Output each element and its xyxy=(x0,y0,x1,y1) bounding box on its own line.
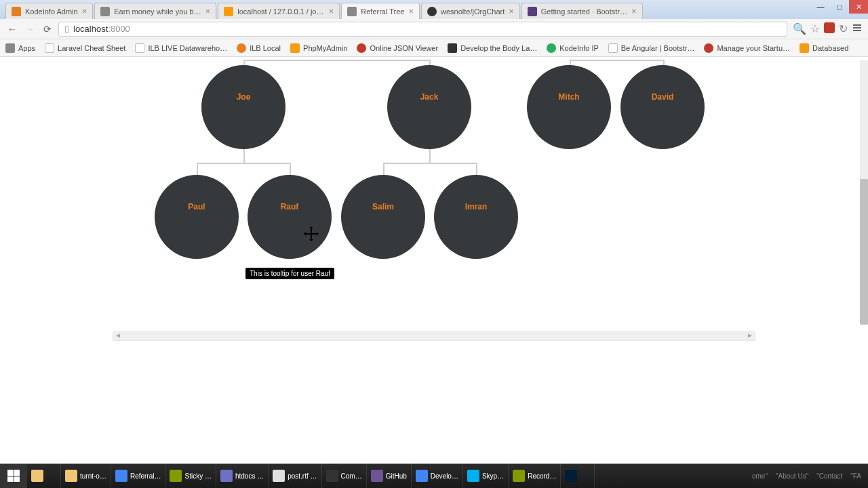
taskbar-item[interactable]: turnt-o… xyxy=(61,464,111,488)
connector-line xyxy=(383,163,384,175)
taskbar-app-icon xyxy=(31,470,43,482)
taskbar-label: turnt-o… xyxy=(80,472,106,480)
bookmark-favicon-icon xyxy=(608,43,618,53)
menu-button[interactable] xyxy=(852,22,863,33)
bookmark-item[interactable]: ILB LIVE Datawareho… xyxy=(135,43,227,53)
bookmark-label: KodeInfo IP xyxy=(559,44,599,52)
bookmark-favicon-icon xyxy=(800,43,809,53)
bookmark-label: PhpMyAdmin xyxy=(303,44,347,52)
org-node-joe[interactable]: Joe xyxy=(201,65,285,149)
connector-line xyxy=(243,149,245,163)
org-node-rauf[interactable]: Rauf xyxy=(248,175,332,259)
node-label: Mitch xyxy=(558,92,579,102)
star-icon[interactable]: ☆ xyxy=(810,22,820,35)
tab-close-icon[interactable]: × xyxy=(631,6,637,16)
forward-button[interactable]: → xyxy=(23,22,37,36)
connector-line xyxy=(197,163,290,164)
taskbar-label: htdocs … xyxy=(235,472,264,480)
tab-favicon-icon xyxy=(528,7,537,16)
zoom-icon[interactable]: 🔍 xyxy=(793,22,806,35)
taskbar-label: Sticky … xyxy=(184,472,211,480)
taskbar-app-icon xyxy=(513,470,525,482)
bookmark-item[interactable]: ILB Local xyxy=(237,43,281,53)
org-node-david[interactable]: David xyxy=(620,65,705,149)
tab-title: KodeInfo Admin xyxy=(25,7,78,16)
browser-tab[interactable]: KodeInfo Admin× xyxy=(5,3,93,19)
browser-tab[interactable]: wesnolte/jOrgChart× xyxy=(421,3,520,19)
tab-close-icon[interactable]: × xyxy=(509,6,514,16)
move-cursor-icon xyxy=(305,228,317,240)
bookmark-item[interactable]: Manage your Startu… xyxy=(704,43,790,53)
taskbar-item[interactable]: Skyp… xyxy=(463,464,509,488)
bookmark-item[interactable]: Apps xyxy=(5,43,35,53)
browser-tab[interactable]: Earn money while you br…× xyxy=(94,3,216,19)
browser-tab[interactable]: Referral Tree× xyxy=(341,3,420,19)
maximize-button[interactable]: □ xyxy=(830,0,849,14)
taskbar-app-icon xyxy=(326,470,338,482)
taskbar-item[interactable]: Develo… xyxy=(412,464,463,488)
bookmark-label: Develop the Body La… xyxy=(460,44,537,52)
taskbar-item[interactable] xyxy=(561,464,595,488)
taskbar-item[interactable]: Record… xyxy=(509,464,561,488)
bookmark-item[interactable]: Laravel Cheat Sheet xyxy=(45,43,125,53)
close-button[interactable]: ✕ xyxy=(849,0,868,14)
bookmark-item[interactable]: Online JSON Viewer xyxy=(357,43,438,53)
taskbar-item[interactable]: post.rtf … xyxy=(269,464,321,488)
taskbar-item[interactable]: Com… xyxy=(322,464,367,488)
bookmark-item[interactable]: Databased xyxy=(800,43,848,53)
tab-close-icon[interactable]: × xyxy=(408,6,414,16)
tab-close-icon[interactable]: × xyxy=(205,6,211,16)
tooltip: This is tooltip for user Rauf xyxy=(245,268,334,279)
bookmark-item[interactable]: Develop the Body La… xyxy=(448,43,537,53)
tab-favicon-icon xyxy=(100,7,110,16)
bookmark-label: Databased xyxy=(812,44,848,52)
tab-title: Referral Tree xyxy=(361,7,404,16)
tab-title: Earn money while you br… xyxy=(114,7,201,16)
taskbar-item[interactable]: Sticky … xyxy=(165,464,216,488)
taskbar-label: Record… xyxy=(528,472,556,480)
taskbar-item[interactable] xyxy=(27,464,61,488)
address-bar[interactable]: ▯ localhost:8000 xyxy=(58,22,787,37)
org-node-salim[interactable]: Salim xyxy=(341,175,425,259)
node-label: Rauf xyxy=(281,202,299,211)
taskbar-app-icon xyxy=(467,470,479,482)
extension-icon[interactable] xyxy=(824,22,835,33)
taskbar-app-icon xyxy=(565,470,577,482)
org-node-jack[interactable]: Jack xyxy=(387,65,471,149)
ghost-text: ome""About Us""Contact"FA xyxy=(595,472,868,480)
browser-nav-bar: ← → ⟳ ▯ localhost:8000 🔍 ☆ ↻ xyxy=(0,19,868,39)
bookmark-label: Manage your Startu… xyxy=(717,44,790,52)
vertical-scrollbar-thumb[interactable] xyxy=(860,179,868,325)
org-node-paul[interactable]: Paul xyxy=(155,175,239,259)
taskbar-item[interactable]: GitHub xyxy=(367,464,412,488)
connector-line xyxy=(243,60,429,61)
minimize-button[interactable]: — xyxy=(811,0,830,14)
bookmark-label: ILB Local xyxy=(250,44,281,52)
refresh-ext-icon[interactable]: ↻ xyxy=(839,22,848,35)
browser-tab[interactable]: localhost / 127.0.0.1 / jor…× xyxy=(218,3,340,19)
taskbar-app-icon xyxy=(115,470,127,482)
url-host: localhost xyxy=(73,24,108,34)
taskbar-item[interactable]: Referral… xyxy=(111,464,166,488)
tab-close-icon[interactable]: × xyxy=(82,6,87,16)
taskbar-app-icon xyxy=(273,470,285,482)
back-button[interactable]: ← xyxy=(5,22,19,36)
bookmark-label: Apps xyxy=(18,44,35,52)
bookmark-bar: AppsLaravel Cheat SheetILB LIVE Dataware… xyxy=(0,39,868,57)
taskbar-item[interactable]: htdocs … xyxy=(216,464,269,488)
start-button[interactable] xyxy=(0,464,27,488)
bookmark-item[interactable]: PhpMyAdmin xyxy=(290,43,347,53)
bookmark-item[interactable]: KodeInfo IP xyxy=(547,43,599,53)
org-node-imran[interactable]: Imran xyxy=(434,175,518,259)
tab-close-icon[interactable]: × xyxy=(329,6,334,16)
reload-button[interactable]: ⟳ xyxy=(41,22,54,36)
bookmark-item[interactable]: Be Angular | Bootstr… xyxy=(608,43,695,53)
taskbar-label: post.rtf … xyxy=(288,472,317,480)
org-node-mitch[interactable]: Mitch xyxy=(527,65,611,149)
taskbar-label: Referral… xyxy=(130,472,161,480)
horizontal-scrollbar[interactable]: ◄ ► xyxy=(113,331,755,341)
tab-title: wesnolte/jOrgChart xyxy=(441,7,505,16)
taskbar-app-icon xyxy=(371,470,383,482)
tab-favicon-icon xyxy=(12,7,21,16)
browser-tab[interactable]: Getting started · Bootstr…× xyxy=(521,3,643,19)
